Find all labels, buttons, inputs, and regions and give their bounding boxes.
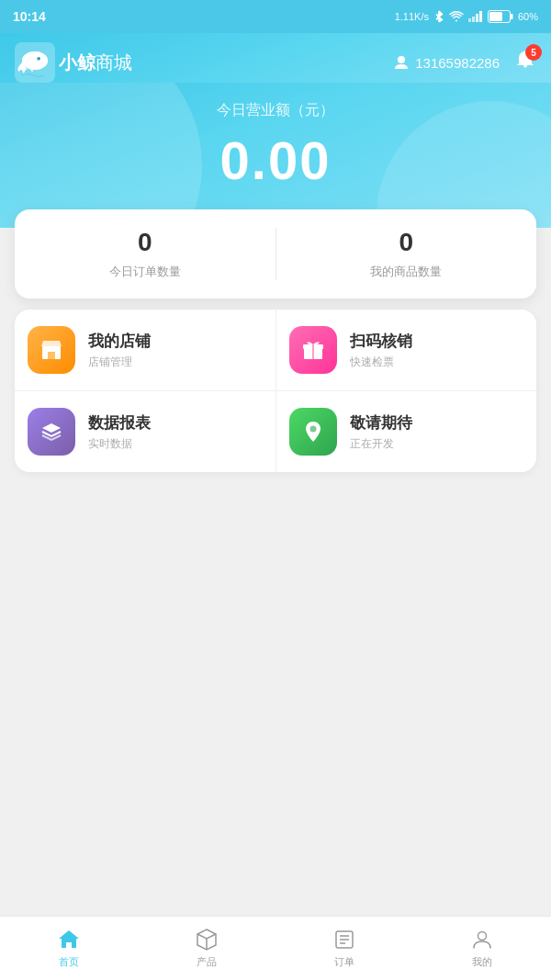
svg-rect-15 <box>48 352 55 359</box>
hero-section: 今日营业额（元） 0.00 <box>0 83 551 228</box>
whale-logo-icon <box>15 42 55 83</box>
location-icon <box>300 419 326 445</box>
menu-scan-verify[interactable]: 扫码核销 快速检票 <box>276 310 537 391</box>
logo: 小鲸商城 <box>15 42 132 83</box>
svg-point-12 <box>398 56 405 63</box>
status-bar: 10:14 1.11K/s 60% <box>0 0 551 33</box>
svg-point-9 <box>22 51 48 70</box>
menu-data-report[interactable]: 数据报表 实时数据 <box>15 391 276 472</box>
nav-mine[interactable]: 我的 <box>413 917 551 980</box>
bluetooth-icon <box>433 10 444 23</box>
products-label: 我的商品数量 <box>370 265 442 278</box>
status-icons: 1.11K/s 60% <box>395 10 538 23</box>
nav-mine-label: 我的 <box>472 955 492 969</box>
logo-brand: 小鲸 <box>59 52 96 73</box>
logo-type: 商城 <box>96 52 132 73</box>
nav-orders[interactable]: 订单 <box>276 917 413 980</box>
menu-grid: 我的店铺 店铺管理 扫码核销 快速检票 <box>15 310 536 472</box>
svg-rect-6 <box>511 14 513 19</box>
svg-rect-1 <box>472 17 475 22</box>
scan-sub: 快速检票 <box>350 355 412 370</box>
scan-icon-wrap <box>289 326 337 374</box>
signal-icon <box>468 11 483 22</box>
svg-rect-16 <box>42 346 61 348</box>
wifi-icon <box>449 11 464 22</box>
revenue-amount: 0.00 <box>0 130 551 191</box>
report-title: 数据报表 <box>88 412 151 434</box>
svg-point-26 <box>478 932 487 941</box>
stat-orders: 0 今日订单数量 <box>15 228 276 280</box>
report-sub: 实时数据 <box>88 436 151 452</box>
coming-icon-wrap <box>289 408 337 456</box>
nav-products-label: 产品 <box>197 955 217 969</box>
person-icon <box>393 54 410 71</box>
bottom-nav: 首页 产品 订单 我的 <box>0 916 551 980</box>
stat-products: 0 我的商品数量 <box>276 228 537 280</box>
menu-my-store[interactable]: 我的店铺 店铺管理 <box>15 310 276 391</box>
stats-card: 0 今日订单数量 0 我的商品数量 <box>15 209 536 299</box>
user-phone[interactable]: 13165982286 <box>393 54 500 71</box>
store-sub: 店铺管理 <box>88 355 151 370</box>
nav-products[interactable]: 产品 <box>138 917 276 980</box>
svg-rect-0 <box>468 18 471 22</box>
revenue-label: 今日营业额（元） <box>0 101 551 120</box>
header-right: 13165982286 5 <box>393 50 536 75</box>
menu-row-2: 数据报表 实时数据 敬请期待 正在开发 <box>15 391 536 472</box>
svg-point-20 <box>309 426 316 433</box>
nav-home[interactable]: 首页 <box>0 917 138 980</box>
home-nav-icon <box>57 928 81 952</box>
svg-rect-3 <box>479 11 482 22</box>
orders-label: 今日订单数量 <box>109 265 181 278</box>
battery-percent: 60% <box>518 11 538 22</box>
svg-rect-2 <box>476 14 478 22</box>
scan-title: 扫码核销 <box>350 331 412 352</box>
menu-coming-soon[interactable]: 敬请期待 正在开发 <box>276 391 537 472</box>
gift-icon <box>300 337 326 363</box>
store-icon-wrap <box>28 326 75 374</box>
layers-icon <box>39 419 64 445</box>
network-speed: 1.11K/s <box>395 11 429 22</box>
nav-home-label: 首页 <box>59 955 79 969</box>
box-nav-icon <box>195 928 219 952</box>
nav-orders-label: 订单 <box>334 955 354 969</box>
person-nav-icon <box>470 928 494 952</box>
orders-count: 0 <box>15 228 276 257</box>
store-title: 我的店铺 <box>88 331 151 352</box>
app-header: 小鲸商城 13165982286 5 <box>0 33 551 83</box>
notification-badge: 5 <box>525 44 542 61</box>
coming-sub: 正在开发 <box>350 436 412 452</box>
products-count: 0 <box>276 228 537 257</box>
svg-rect-5 <box>489 12 502 21</box>
svg-point-11 <box>39 58 40 60</box>
report-icon-wrap <box>28 408 75 456</box>
store-icon <box>39 337 64 363</box>
list-nav-icon <box>332 928 356 952</box>
status-time: 10:14 <box>13 9 46 24</box>
battery-icon <box>488 10 513 23</box>
menu-row-1: 我的店铺 店铺管理 扫码核销 快速检票 <box>15 310 536 391</box>
coming-title: 敬请期待 <box>350 412 412 434</box>
notification-bell[interactable]: 5 <box>514 50 536 75</box>
